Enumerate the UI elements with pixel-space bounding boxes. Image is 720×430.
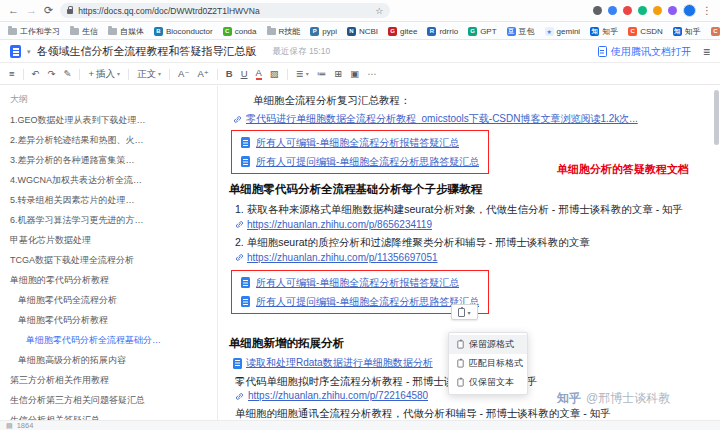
extension-icon[interactable] (623, 6, 632, 15)
font-color-button[interactable]: A (256, 68, 262, 81)
lock-icon (67, 9, 73, 14)
tutorial-step: 1.获取各种来源格式单细胞数据构建seurat分析对象，代做生信分析 - 邢博士… (235, 202, 706, 233)
zhihu-article-link[interactable]: https://zhuanlan.zhihu.com/p/8656234119 (235, 217, 432, 232)
back-icon[interactable]: ← (8, 5, 19, 16)
outline-item[interactable]: 6.机器学习算法学习更先进的方… (0, 210, 217, 230)
outline-item[interactable]: 3.差异分析的各种通路富集策… (0, 150, 217, 170)
toolbar-button-icon: ↷ (48, 69, 56, 79)
bookmark-item[interactable]: N NCBI (347, 27, 378, 36)
paragraph-style-select[interactable]: 正文 ▾ (137, 69, 161, 79)
paste-option-item[interactable]: 仅保留文本 (449, 373, 527, 392)
bookmark-item[interactable]: R rdrrio (427, 27, 458, 36)
profile-avatar[interactable] (683, 4, 696, 17)
bookmark-item[interactable]: G gitee (388, 27, 417, 36)
bookmark-item[interactable]: 自媒体 (108, 26, 144, 37)
outline-toggle-button[interactable]: ≡ (9, 69, 15, 79)
outline-sidebar: 大纲 1.GEO数据处理从表到下载处理… 2.差异分析轮迹结果和热图、火… 3.… (0, 86, 218, 430)
extension-icon[interactable] (608, 6, 617, 15)
csdn-tutorial-link[interactable]: 零代码进行单细胞数据全流程分析教程_omicstools下载-CSDN博客文章浏… (233, 112, 706, 126)
browser-address-bar: ← → ⟳ https://docs.qq.com/doc/DWWtrd0Z2T… (0, 0, 720, 22)
bookmark-item[interactable]: 豆 豆包 (507, 26, 535, 37)
bookmark-item[interactable]: 生信 (70, 26, 98, 37)
qa-doc-link[interactable]: 所有人可提问编辑-单细胞全流程分析思路答疑汇总 (241, 154, 479, 169)
paste-option-label: 仅保留文本 (469, 376, 514, 389)
image-button[interactable]: ▣ (350, 69, 359, 79)
outline-item[interactable]: 5.转录组相关因素芯片的处理… (0, 190, 217, 210)
decrease-font-button[interactable]: A⁻ (178, 69, 189, 79)
refresh-icon[interactable]: ⟳ (44, 5, 53, 16)
bookmark-item[interactable]: 知 知乎 (673, 26, 701, 37)
bookmark-item[interactable]: C conda (223, 27, 257, 36)
bookmark-item[interactable]: C CSDN (628, 27, 663, 36)
csdn-link-text: 零代码进行单细胞数据全流程分析教程_omicstools下载-CSDN博客文章浏… (246, 112, 638, 126)
table-button[interactable]: ⊞ (334, 69, 342, 79)
outline-item[interactable]: TCGA数据下载处理全流程分析 (0, 250, 217, 270)
url-field[interactable]: https://docs.qq.com/doc/DWWtrd0Z2T1lHWVN… (60, 3, 390, 18)
outline-item[interactable]: 单细胞的零代码分析教程 (0, 270, 217, 290)
underline-button[interactable]: U (241, 69, 248, 79)
toolbar-separator (23, 69, 24, 80)
qa-doc-link[interactable]: 所有人可编辑-单细胞全流程分析报错答疑汇总 (241, 135, 479, 150)
outline-item[interactable]: 单细胞零代码分析教程 (0, 310, 217, 330)
toolbar-separator (217, 69, 218, 80)
insert-button[interactable]: + 插入 ▾ (88, 69, 120, 79)
bookmark-item[interactable]: 工作和学习 (8, 26, 60, 37)
link-icon (235, 220, 244, 229)
qa-doc-link[interactable]: 所有人可编辑-单细胞全流程分析报错答疑汇总 (241, 275, 479, 290)
bookmark-item[interactable]: C Claude (711, 27, 720, 36)
bookmark-item[interactable]: R技能 (267, 26, 301, 37)
outline-item[interactable]: 4.WGCNA加权共表达分析全流… (0, 170, 217, 190)
outline-item[interactable]: 单细胞零代码分析全流程基础分… (0, 330, 217, 350)
outline-item[interactable]: 单细胞零代码全流程分析 (0, 290, 217, 310)
bookmark-star-icon[interactable]: ☆ (375, 6, 383, 16)
extension-icon[interactable] (593, 6, 602, 15)
outline-item[interactable]: 生信分析第三方相关问题答疑汇总 (0, 390, 217, 410)
bookmark-item[interactable]: 知 知乎 (590, 26, 618, 37)
bookmark-item[interactable]: P pypi (310, 27, 337, 36)
doc-header-actions: 使用腾讯文档打开 ≡ (598, 45, 710, 59)
doc-menu-icon[interactable]: ≡ (703, 45, 710, 59)
bookmark-item[interactable]: G GPT (468, 27, 496, 36)
extension-icon[interactable] (653, 6, 662, 15)
chevron-down-icon: ▾ (158, 71, 161, 77)
toolbar-separator (79, 69, 80, 80)
toolbar-button-icon: ⊞ (334, 69, 342, 79)
paste-option-item[interactable]: 保留源格式 (449, 335, 527, 354)
redo-button[interactable]: ↷ (48, 69, 56, 79)
qa-link-text: 所有人可编辑-单细胞全流程分析报错答疑汇总 (256, 275, 459, 290)
bookmark-item[interactable]: B Bioconductor (154, 27, 213, 36)
paste-options-button[interactable]: ▾ (451, 304, 478, 320)
tencent-docs-logo-icon[interactable] (10, 45, 21, 58)
highlight-button[interactable]: ▨ (270, 69, 279, 79)
align-button[interactable]: ≣ ▾ (296, 69, 309, 79)
toolbar-button-icon: B (226, 69, 233, 79)
site-favicon: C (628, 27, 637, 36)
chevron-down-icon[interactable]: ▾ (27, 48, 31, 56)
open-in-app-button[interactable]: 使用腾讯文档打开 (598, 45, 691, 59)
extension-icon[interactable] (668, 6, 677, 15)
paste-option-item[interactable]: 匹配目标格式 (449, 354, 527, 373)
more-button[interactable]: ⋯ (367, 69, 377, 79)
increase-font-button[interactable]: A⁺ (197, 69, 208, 79)
outline-title: 大纲 (0, 86, 217, 110)
qa-links-box-1: 所有人可编辑-单细胞全流程分析报错答疑汇总 所有人可提问编辑-单细胞全流程分析思… (231, 130, 489, 174)
doc-title: 各领域生信分析全流程教程和答疑指导汇总版 (37, 44, 257, 59)
zhihu-link-text: https://zhuanlan.zhihu.com/p/722164580 (248, 389, 428, 403)
footer-bar: ▤ 1864 (0, 420, 720, 430)
bold-button[interactable]: B (226, 69, 233, 79)
format-painter-button[interactable]: ✎ (63, 69, 71, 79)
undo-button[interactable]: ↶ (32, 69, 40, 79)
outline-item[interactable]: 单细胞高级分析的拓展内容 (0, 350, 217, 370)
outline-item[interactable]: 1.GEO数据处理从表到下载处理… (0, 110, 217, 130)
outline-item[interactable]: 甲基化芯片数据处理 (0, 230, 217, 250)
scrollbar-thumb[interactable] (714, 90, 719, 145)
browser-menu-icon[interactable]: ⋮ (702, 5, 712, 16)
bullet-list-button[interactable]: ≔ (317, 69, 327, 79)
forward-icon[interactable]: → (26, 5, 37, 16)
qa-doc-link[interactable]: 所有人可提问编辑-单细胞全流程分析思路答疑汇总 (241, 294, 479, 309)
zhihu-article-link[interactable]: https://zhuanlan.zhihu.com/p/11356697051 (235, 250, 438, 265)
outline-item[interactable]: 2.差异分析轮迹结果和热图、火… (0, 130, 217, 150)
bookmark-item[interactable]: ★ gemini (545, 27, 581, 36)
extension-icon[interactable] (638, 6, 647, 15)
outline-item[interactable]: 第三方分析相关作用教程 (0, 370, 217, 390)
